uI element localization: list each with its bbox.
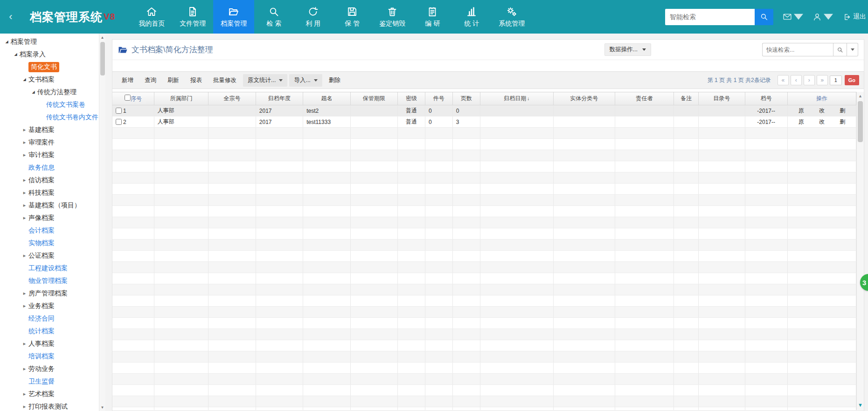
toolbar-button-刷新[interactable]: 刷新 xyxy=(163,74,184,87)
sidebar-item-实物档案[interactable]: 实物档案 xyxy=(0,237,99,249)
sidebar-item-文书档案[interactable]: ◢文书档案 xyxy=(0,73,99,86)
sidebar-item-档案管理[interactable]: ◢档案管理 xyxy=(0,35,99,48)
row-checkbox[interactable] xyxy=(116,119,122,125)
scroll-up-icon[interactable]: ▲ xyxy=(99,34,105,41)
column-header-档号[interactable]: 档号 xyxy=(745,92,787,105)
logout-button[interactable]: 退出 xyxy=(843,13,866,21)
quick-search-input[interactable] xyxy=(762,43,833,56)
column-header-全宗号[interactable]: 全宗号 xyxy=(208,92,256,105)
sidebar-item-科技档案[interactable]: ▸科技档案 xyxy=(0,186,99,199)
edit-link[interactable]: 改 xyxy=(819,118,825,126)
toolbar-button-批量修改[interactable]: 批量修改 xyxy=(208,74,241,87)
column-header-页数[interactable]: 页数 xyxy=(452,92,480,105)
sidebar-item-声像档案[interactable]: ▸声像档案 xyxy=(0,212,99,224)
sidebar-scrollbar[interactable]: ▲ ▼ xyxy=(99,34,105,411)
scroll-up-icon[interactable]: ▲ xyxy=(857,92,864,100)
sidebar-item-传统方法整理[interactable]: ◢传统方法整理 xyxy=(0,86,99,98)
column-header-序号[interactable]: 序号 xyxy=(112,92,154,105)
nav-item-clipboard[interactable]: 编 研 xyxy=(413,0,452,34)
quick-search-button[interactable] xyxy=(833,43,847,56)
table-row[interactable]: 2人事部2017test11333普通03-2017--原改删 xyxy=(112,116,856,128)
nav-item-gears[interactable]: 系统管理 xyxy=(491,0,532,34)
toolbar-button-删除[interactable]: 删除 xyxy=(324,74,345,87)
column-header-归档日期[interactable]: 归档日期↓ xyxy=(480,92,553,105)
column-header-责任者[interactable]: 责任者 xyxy=(615,92,674,105)
data-operations-dropdown[interactable]: 数据操作... xyxy=(604,43,651,56)
last-page-button[interactable]: » xyxy=(817,75,828,85)
sidebar-item-艺术档案[interactable]: ▸艺术档案 xyxy=(0,388,99,400)
delete-link[interactable]: 删 xyxy=(840,107,845,115)
sidebar-item-公证档案[interactable]: ▸公证档案 xyxy=(0,249,99,262)
sidebar-item-档案录入[interactable]: ◢档案录入 xyxy=(0,48,99,61)
sidebar-item-审计档案[interactable]: ▸审计档案 xyxy=(0,149,99,161)
column-header-归档年度[interactable]: 归档年度 xyxy=(256,92,303,105)
sidebar-item-物业管理档案[interactable]: 物业管理档案 xyxy=(0,274,99,287)
delete-link[interactable]: 删 xyxy=(840,118,845,126)
column-header-实体分类号[interactable]: 实体分类号 xyxy=(553,92,615,105)
toolbar-button-导入[interactable]: 导入... xyxy=(289,74,322,87)
table-scrollbar-thumb[interactable] xyxy=(858,101,863,142)
column-header-密级[interactable]: 密级 xyxy=(398,92,425,105)
toolbar-button-查询[interactable]: 查询 xyxy=(140,74,161,87)
sidebar-item-信访档案[interactable]: ▸信访档案 xyxy=(0,174,99,186)
smart-search-button[interactable] xyxy=(755,9,773,25)
column-header-备注[interactable]: 备注 xyxy=(674,92,699,105)
sidebar-item-会计档案[interactable]: 会计档案 xyxy=(0,224,99,237)
prev-page-button[interactable]: ‹ xyxy=(791,75,802,85)
collapse-sidebar-button[interactable]: ‹ xyxy=(0,0,21,34)
nav-item-search[interactable]: 检 索 xyxy=(254,0,293,34)
user-dropdown[interactable] xyxy=(812,12,833,21)
scroll-down-icon[interactable]: ▼ xyxy=(99,404,105,411)
sidebar-item-卫生监督[interactable]: 卫生监督 xyxy=(0,375,99,388)
sidebar-item-简化文书[interactable]: 简化文书 xyxy=(0,61,99,73)
smart-search-input[interactable] xyxy=(665,9,755,25)
toolbar-button-新增[interactable]: 新增 xyxy=(117,74,138,87)
column-header-所属部门[interactable]: 所属部门 xyxy=(154,92,208,105)
main-menu: 我的首页文件管理档案管理检 索利 用保 管鉴定销毁编 研统 计系统管理 xyxy=(131,0,532,34)
go-button[interactable]: Go xyxy=(845,75,859,85)
sidebar-item-传统文书案卷[interactable]: 传统文书案卷 xyxy=(0,98,99,111)
sidebar-item-审理案件[interactable]: ▸审理案件 xyxy=(0,136,99,149)
sidebar-item-工程建设档案[interactable]: 工程建设档案 xyxy=(0,262,99,274)
column-header-题名[interactable]: 题名 xyxy=(303,92,350,105)
row-checkbox[interactable] xyxy=(116,108,122,114)
scroll-down-icon[interactable]: ▼ xyxy=(857,401,864,409)
sidebar-item-政务信息[interactable]: 政务信息 xyxy=(0,161,99,174)
column-header-件号[interactable]: 件号 xyxy=(425,92,452,105)
page-number-input[interactable] xyxy=(830,75,842,85)
quick-search-options-button[interactable] xyxy=(847,43,858,56)
sidebar-item-打印报表测试[interactable]: ▸打印报表测试 xyxy=(0,400,99,411)
nav-item-floppy[interactable]: 保 管 xyxy=(333,0,372,34)
view-original-link[interactable]: 原 xyxy=(799,118,804,126)
view-original-link[interactable]: 原 xyxy=(799,107,804,115)
messages-dropdown[interactable] xyxy=(783,12,803,21)
table-row[interactable]: 1人事部2017test2普通00-2017--原改删 xyxy=(112,105,856,116)
edit-link[interactable]: 改 xyxy=(819,107,825,115)
sidebar-item-经济合同[interactable]: 经济合同 xyxy=(0,312,99,325)
sidebar-item-培训档案[interactable]: 培训档案 xyxy=(0,350,99,363)
table-scrollbar[interactable]: ▲ ▼ xyxy=(856,92,864,410)
sidebar-scrollbar-thumb[interactable] xyxy=(100,42,105,75)
toolbar-button-原文统计[interactable]: 原文统计... xyxy=(243,74,287,87)
sidebar-item-基建档案（项目）[interactable]: ▸基建档案（项目） xyxy=(0,199,99,212)
toolbar-button-报表[interactable]: 报表 xyxy=(186,74,207,87)
column-header-保管期限[interactable]: 保管期限 xyxy=(350,92,397,105)
select-all-checkbox[interactable] xyxy=(125,95,131,101)
nav-item-file[interactable]: 文件管理 xyxy=(172,0,213,34)
nav-item-folder[interactable]: 档案管理 xyxy=(213,0,254,34)
sidebar-item-统计档案[interactable]: 统计档案 xyxy=(0,325,99,337)
nav-item-home[interactable]: 我的首页 xyxy=(131,0,172,34)
sidebar-item-基建档案[interactable]: ▸基建档案 xyxy=(0,123,99,136)
nav-item-trash[interactable]: 鉴定销毁 xyxy=(372,0,413,34)
column-header-目录号[interactable]: 目录号 xyxy=(699,92,745,105)
sidebar-item-房产管理档案[interactable]: ▸房产管理档案 xyxy=(0,287,99,300)
sidebar-item-业务档案[interactable]: ▸业务档案 xyxy=(0,300,99,312)
first-page-button[interactable]: « xyxy=(778,75,789,85)
nav-item-bar-chart[interactable]: 统 计 xyxy=(452,0,491,34)
next-page-button[interactable]: › xyxy=(804,75,815,85)
column-header-操作[interactable]: 操作 xyxy=(787,92,856,105)
sidebar-item-人事档案[interactable]: ▸人事档案 xyxy=(0,337,99,350)
sidebar-item-传统文书卷内文件[interactable]: 传统文书卷内文件 xyxy=(0,111,99,123)
sidebar-item-劳动业务[interactable]: ▸劳动业务 xyxy=(0,363,99,375)
nav-item-recycle[interactable]: 利 用 xyxy=(293,0,333,34)
